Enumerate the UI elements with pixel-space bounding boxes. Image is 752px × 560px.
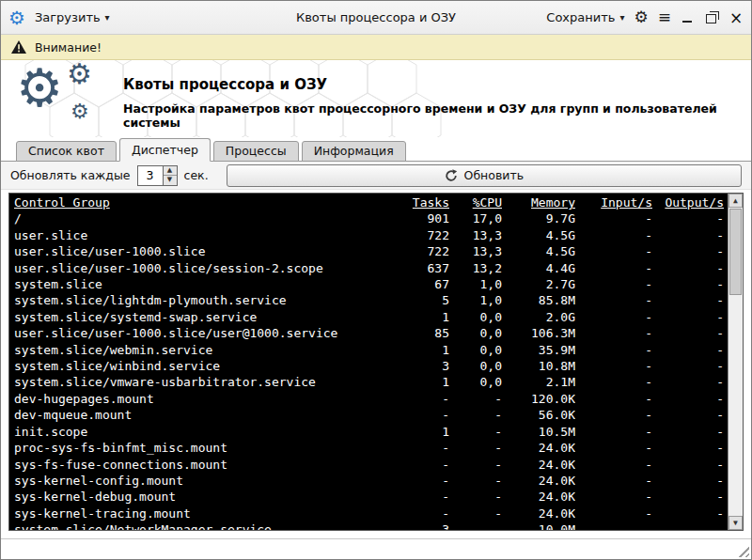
table-cell: - <box>575 325 652 341</box>
minimize-button[interactable] <box>680 10 695 25</box>
table-row: system.slice/winbind.service30,010.8M-- <box>14 358 724 374</box>
table-cell: - <box>575 243 652 259</box>
tab-quota-list[interactable]: Список квот <box>16 141 117 162</box>
table-cell: - <box>652 276 724 292</box>
module-header: ⚙ ⚙ ⚙ Квоты процессора и ОЗУ Настройка п… <box>1 60 751 137</box>
tab-processes[interactable]: Процессы <box>213 141 299 162</box>
maximize-button[interactable] <box>704 10 719 25</box>
resize-grip[interactable] <box>736 544 749 557</box>
table-cell: 9.7G <box>502 210 575 226</box>
app-window: Квоты процессора и ОЗУ ⚙ Загрузить ▾ Сох… <box>0 0 752 560</box>
table-row: system.slice/vmware-usbarbitrator.servic… <box>14 374 724 390</box>
table-cell: sys-kernel-tracing.mount <box>14 506 384 521</box>
settings-gear-icon[interactable]: ⚙ <box>634 9 649 25</box>
table-cell: system.slice/systemd-swap.service <box>14 309 384 325</box>
table-cell: 24.0K <box>502 506 575 521</box>
spinner-up-button[interactable]: ▲ <box>164 166 177 176</box>
gear-icon: ⚙ <box>70 101 89 122</box>
table-cell: dev-mqueue.mount <box>14 407 384 423</box>
warning-text: Внимание! <box>35 40 102 54</box>
table-cell: 3 <box>384 358 449 374</box>
refresh-button[interactable]: Обновить <box>227 164 742 187</box>
seconds-label: сек. <box>184 168 209 182</box>
table-cell: 2.1M <box>502 374 575 390</box>
table-cell: - <box>575 489 652 505</box>
table-row: user.slice/user-1000.slice72213,34.5G-- <box>14 243 724 259</box>
table-row: system.slice671,02.7G-- <box>14 276 724 292</box>
interval-input[interactable] <box>138 166 163 185</box>
column-header: %CPU <box>449 194 502 210</box>
table-cell: - <box>575 521 652 531</box>
table-cell: 24.0K <box>502 473 575 489</box>
table-cell: 10.8M <box>502 358 575 374</box>
tab-dispatcher[interactable]: Диспетчер <box>119 138 211 162</box>
warning-bar: Внимание! <box>1 35 751 60</box>
table-cell: - <box>575 407 652 423</box>
table-cell: system.slice/NetworkManager.service <box>14 521 384 531</box>
table-cell: - <box>652 521 724 531</box>
table-cell: 24.0K <box>502 489 575 505</box>
table-cell: 67 <box>384 276 449 292</box>
table-cell: 85.8M <box>502 292 575 308</box>
table-cell: 4.5G <box>502 243 575 259</box>
page-title: Квоты процессора и ОЗУ <box>123 76 327 93</box>
column-header: Memory <box>502 194 575 210</box>
table-cell: 10.5M <box>502 424 575 440</box>
table-cell: - <box>652 424 724 440</box>
table-cell: - <box>652 407 724 423</box>
interval-label: Обновлять каждые <box>10 168 131 182</box>
gear-icon: ⚙ <box>16 62 63 115</box>
titlebar-right: Сохранить ▾ ⚙ ≡ × <box>546 9 744 25</box>
table-cell: - <box>384 391 449 407</box>
scroll-up-button[interactable]: ▲ <box>728 194 743 208</box>
scrollbar-thumb[interactable] <box>729 209 742 295</box>
table-cell: 2.7G <box>502 276 575 292</box>
table-row: dev-mqueue.mount--56.0K-- <box>14 407 724 423</box>
table-cell: - <box>652 489 724 505</box>
table-cell: - <box>449 424 502 440</box>
load-menu-button[interactable]: Загрузить ▾ <box>35 10 110 24</box>
table-cell: - <box>652 506 724 521</box>
table-cell: system.slice <box>14 276 384 292</box>
table-cell: 13,3 <box>449 227 502 243</box>
table-cell: 106.3M <box>502 325 575 341</box>
table-cell: - <box>449 440 502 456</box>
table-cell: 901 <box>384 210 449 226</box>
save-menu-button[interactable]: Сохранить ▾ <box>546 10 624 24</box>
save-menu-label: Сохранить <box>546 10 615 24</box>
table-row: sys-kernel-tracing.mount--24.0K-- <box>14 506 724 521</box>
hamburger-menu-icon[interactable]: ≡ <box>658 9 670 25</box>
table-cell: 637 <box>384 260 449 276</box>
tabs-strip: Список квот Диспетчер Процессы Информаци… <box>1 137 751 162</box>
table-cell: 4.5G <box>502 227 575 243</box>
table-cell: - <box>575 260 652 276</box>
page-subtitle: Настройка параметров квот процессорного … <box>123 101 725 130</box>
vertical-scrollbar[interactable]: ▲ ▼ <box>728 194 743 530</box>
table-cell: - <box>575 374 652 390</box>
table-row: sys-kernel-config.mount--24.0K-- <box>14 473 724 489</box>
table-cell: 10.0M <box>502 521 575 531</box>
table-cell: 120.0K <box>502 391 575 407</box>
table-cell: - <box>449 521 502 531</box>
spinner-down-button[interactable]: ▼ <box>164 175 177 185</box>
table-cell: - <box>575 391 652 407</box>
table-cell: 0,0 <box>449 309 502 325</box>
table-cell: - <box>652 391 724 407</box>
table-row: user.slice72213,34.5G-- <box>14 227 724 243</box>
scroll-down-button[interactable]: ▼ <box>728 516 743 530</box>
chevron-down-icon: ▾ <box>619 12 624 23</box>
close-button[interactable]: × <box>728 10 744 25</box>
table-cell: - <box>575 276 652 292</box>
interval-spinner: ▲ ▼ <box>137 165 178 186</box>
table-row: /90117,09.7G-- <box>14 210 724 226</box>
table-cell: 35.9M <box>502 342 575 358</box>
cgroup-terminal-panel[interactable]: Control GroupTasks%CPUMemoryInput/sOutpu… <box>8 193 744 531</box>
load-menu-label: Загрузить <box>35 10 101 24</box>
minimize-icon <box>682 21 692 23</box>
table-cell: user.slice <box>14 227 384 243</box>
table-cell: 24.0K <box>502 457 575 473</box>
table-cell: - <box>449 473 502 489</box>
tab-information[interactable]: Информация <box>302 141 406 162</box>
table-cell: - <box>384 473 449 489</box>
column-header: Control Group <box>14 194 384 210</box>
